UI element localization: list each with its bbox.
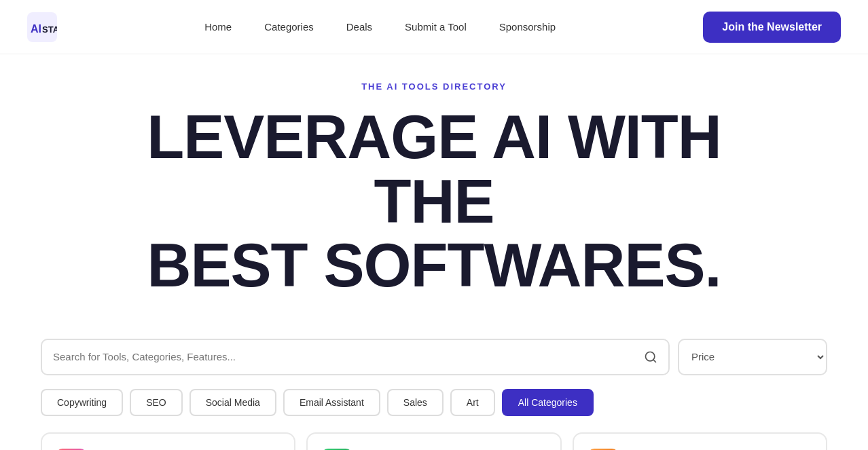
brand-logo-icon: AI STASH [27,12,57,42]
nav-links: Home Categories Deals Submit a Tool Spon… [191,16,569,38]
hero-subtitle: THE AI TOOLS DIRECTORY [41,81,827,92]
hero-title: LEVERAGE AI WITH THE BEST SOFTWARES. [41,105,827,298]
pill-art[interactable]: Art [450,389,495,416]
nav-home[interactable]: Home [191,16,245,38]
nav-deals[interactable]: Deals [333,16,386,38]
svg-text:AI: AI [31,23,41,35]
pill-all-categories[interactable]: All Categories [502,389,594,416]
tool-card-cofinance[interactable]: Cofinance "Legal Assistant..." [306,432,561,451]
newsletter-button[interactable]: Join the Newsletter [703,12,841,43]
nav-sponsorship[interactable]: Sponsorship [486,16,569,38]
hero-title-line2: THE [374,168,494,236]
price-select[interactable]: Price Free Freemium Paid [678,339,827,375]
tool-card-huntr[interactable]: Huntr "Your Personal Job..." [41,432,295,451]
search-box [41,339,670,375]
pill-social-media[interactable]: Social Media [189,389,276,416]
nav-submit-tool[interactable]: Submit a Tool [391,16,480,38]
hero-title-line1: LEVERAGE AI WITH [147,103,721,171]
svg-text:STASH: STASH [42,24,57,35]
brand-logo[interactable]: AI STASH [27,12,57,42]
tool-cards-row: Huntr "Your Personal Job..." Cofinance "… [0,432,868,451]
search-input[interactable] [53,351,644,362]
svg-line-4 [653,359,656,362]
search-icon [644,350,657,364]
pill-email-assistant[interactable]: Email Assistant [283,389,380,416]
pill-copywriting[interactable]: Copywriting [41,389,123,416]
hero-title-line3: BEST SOFTWARES. [147,231,721,299]
tool-card-jobright[interactable]: Jobright AI "Your Per..." [573,432,827,451]
nav-categories[interactable]: Categories [251,16,327,38]
hero-section: THE AI TOOLS DIRECTORY LEVERAGE AI WITH … [0,54,868,339]
search-row: Price Free Freemium Paid [0,339,868,375]
pill-seo[interactable]: SEO [130,389,183,416]
pill-sales[interactable]: Sales [387,389,444,416]
category-pills: Copywriting SEO Social Media Email Assis… [0,389,868,416]
